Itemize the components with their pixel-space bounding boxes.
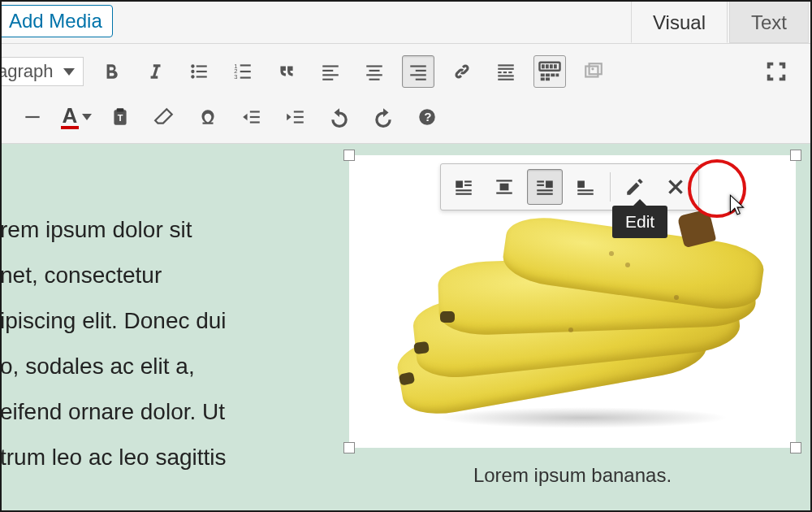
svg-point-44 [591, 67, 594, 70]
chevron-down-icon [63, 68, 75, 76]
align-right-icon [408, 61, 429, 82]
cursor-icon [727, 193, 748, 221]
resize-handle-bl[interactable] [343, 442, 355, 453]
indent-button[interactable] [279, 101, 312, 133]
undo-icon [329, 106, 350, 128]
svg-rect-69 [537, 193, 553, 195]
svg-rect-35 [554, 64, 557, 68]
svg-rect-62 [496, 180, 512, 181]
align-center-button[interactable] [358, 55, 391, 88]
align-left-button[interactable] [314, 55, 347, 88]
image-frame[interactable]: Edit [349, 155, 796, 448]
hr-button[interactable] [16, 101, 49, 133]
tab-text[interactable]: Text [729, 1, 809, 43]
format-select-label: agraph [0, 61, 54, 82]
svg-rect-57 [456, 180, 463, 188]
paragraph-text[interactable]: rem ipsum dolor sit net, consectetur ipi… [2, 144, 325, 480]
svg-rect-12 [322, 65, 339, 67]
svg-rect-43 [589, 63, 601, 74]
image-float-toolbar [440, 163, 699, 210]
text-color-button[interactable]: A [60, 101, 93, 133]
toolbar-toggle-button[interactable] [533, 55, 566, 88]
undo-button[interactable] [323, 101, 356, 133]
svg-rect-16 [366, 65, 382, 67]
image-content [365, 222, 780, 432]
svg-rect-32 [542, 64, 545, 68]
svg-rect-10 [240, 71, 250, 72]
italic-button[interactable] [139, 55, 171, 88]
svg-rect-65 [546, 180, 553, 188]
add-media-button[interactable]: Add Media [0, 5, 113, 37]
svg-rect-30 [498, 79, 514, 80]
link-button[interactable] [446, 55, 478, 88]
svg-rect-25 [498, 68, 514, 70]
chevron-down-icon [82, 114, 92, 120]
divider [610, 172, 611, 202]
svg-rect-68 [537, 189, 553, 191]
redo-button[interactable] [367, 101, 400, 133]
svg-rect-20 [410, 65, 426, 67]
img-align-right-button[interactable] [527, 169, 563, 205]
svg-rect-40 [540, 78, 544, 81]
svg-rect-3 [196, 65, 206, 67]
svg-rect-14 [322, 74, 339, 76]
list-ul-icon [188, 61, 209, 82]
svg-point-2 [191, 75, 194, 78]
number-list-button[interactable]: 123 [227, 55, 259, 88]
image-caption[interactable]: Lorem ipsum bananas. [349, 464, 796, 487]
bold-icon [101, 61, 122, 82]
resize-handle-tr[interactable] [790, 150, 801, 161]
tab-visual[interactable]: Visual [631, 1, 728, 43]
svg-rect-70 [577, 180, 585, 188]
inserted-image-block[interactable]: Edit Lorem ipsum bananas. [349, 155, 796, 487]
quote-icon [276, 61, 297, 82]
svg-rect-22 [410, 74, 426, 76]
svg-rect-38 [551, 74, 555, 77]
toolbar-row-1: agraph 123 [2, 49, 807, 94]
svg-rect-45 [25, 116, 39, 118]
svg-rect-13 [322, 70, 333, 72]
clear-format-button[interactable] [148, 101, 180, 133]
svg-rect-23 [415, 79, 425, 80]
omega-icon [197, 106, 218, 128]
svg-rect-52 [294, 111, 304, 112]
outdent-button[interactable] [235, 101, 268, 133]
read-more-button[interactable] [490, 55, 522, 88]
svg-rect-21 [415, 70, 425, 72]
bullet-list-button[interactable] [183, 55, 215, 88]
format-select[interactable]: agraph [0, 57, 84, 86]
svg-rect-29 [498, 75, 514, 76]
bold-button[interactable] [95, 55, 127, 88]
svg-rect-72 [577, 193, 594, 195]
editor-mode-tabs: Visual Text [629, 2, 809, 43]
gallery-button[interactable] [577, 55, 610, 88]
help-button[interactable]: ? [411, 101, 443, 133]
svg-rect-9 [240, 64, 250, 66]
special-char-button[interactable] [192, 101, 224, 133]
blockquote-button[interactable] [270, 55, 303, 88]
editor-canvas[interactable]: rem ipsum dolor sit net, consectetur ipi… [2, 144, 810, 512]
svg-rect-33 [546, 64, 549, 68]
img-align-center-button[interactable] [486, 169, 522, 205]
fullscreen-button[interactable] [760, 55, 793, 88]
svg-rect-49 [250, 111, 260, 112]
resize-handle-br[interactable] [790, 442, 801, 453]
svg-rect-34 [550, 64, 553, 68]
svg-rect-54 [294, 121, 304, 123]
svg-rect-66 [537, 180, 544, 182]
svg-rect-51 [250, 121, 260, 123]
help-icon: ? [417, 106, 438, 128]
resize-handle-tl[interactable] [343, 150, 355, 161]
img-align-left-button[interactable] [446, 169, 482, 205]
svg-rect-18 [366, 74, 382, 76]
img-remove-button[interactable] [658, 169, 693, 205]
italic-icon [145, 61, 166, 82]
svg-rect-63 [500, 184, 509, 191]
align-none-icon [575, 176, 596, 197]
paste-text-button[interactable]: T [104, 101, 136, 133]
svg-rect-58 [464, 180, 472, 182]
svg-rect-59 [464, 184, 472, 186]
align-right-button[interactable] [402, 55, 434, 88]
img-align-none-button[interactable] [568, 169, 603, 205]
gallery-icon [583, 61, 604, 82]
